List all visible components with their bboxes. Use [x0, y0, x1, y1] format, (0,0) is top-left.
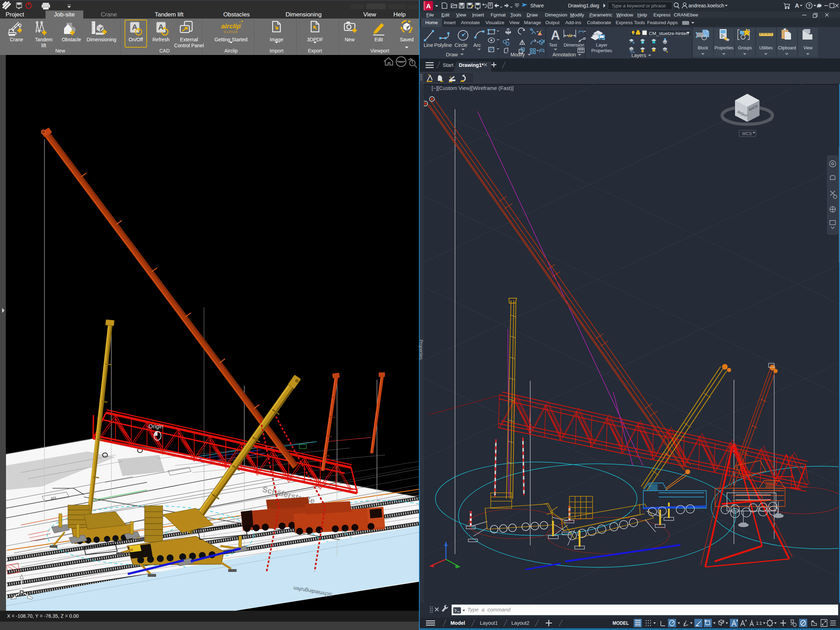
svg-text:Layer: Layer: [596, 43, 608, 47]
svg-text:[−][Custom View][Wireframe (Fa: [−][Custom View][Wireframe (Fast)]: [431, 85, 513, 91]
svg-text:A: A: [426, 2, 431, 10]
svg-text:Annotation: Annotation: [553, 52, 576, 57]
svg-text:411: 411: [51, 496, 57, 501]
svg-text:Modify: Modify: [510, 52, 525, 57]
svg-text:Type a keyword or phrase: Type a keyword or phrase: [611, 3, 666, 8]
svg-text:N: N: [769, 117, 772, 122]
svg-text:Origin: Origin: [148, 423, 163, 429]
svg-text:1:1: 1:1: [756, 620, 762, 626]
svg-text:Dimension: Dimension: [564, 43, 584, 47]
svg-text:Arc: Arc: [473, 43, 481, 48]
svg-text:Line: Line: [423, 43, 433, 48]
svg-text:Circle: Circle: [454, 43, 467, 48]
svg-text:CLOUD: CLOUD: [224, 30, 238, 33]
svg-text:Model: Model: [450, 620, 465, 626]
svg-text:Layers: Layers: [632, 52, 646, 58]
svg-text:A: A: [551, 28, 560, 43]
svg-text:Share: Share: [530, 3, 544, 8]
svg-text:Layout1: Layout1: [480, 620, 498, 626]
svg-text:CM_stuetze-hinten: CM_stuetze-hinten: [649, 31, 688, 36]
svg-text:A: A: [795, 2, 799, 9]
svg-text:Polyline: Polyline: [434, 43, 452, 48]
svg-text:?: ?: [808, 3, 810, 8]
svg-text:Drawing1*: Drawing1*: [459, 62, 484, 68]
svg-text:andreas.koelsch: andreas.koelsch: [688, 3, 724, 8]
svg-text:W: W: [722, 117, 726, 122]
svg-text:Text: Text: [549, 43, 557, 47]
svg-text:A: A: [158, 23, 164, 32]
svg-text:X: X: [16, 584, 19, 590]
svg-text:airclip: airclip: [221, 22, 241, 30]
svg-text:Layout2: Layout2: [512, 620, 529, 626]
svg-text:WCS: WCS: [742, 131, 752, 136]
svg-text:Draw: Draw: [446, 52, 458, 57]
svg-text:Z: Z: [22, 572, 25, 578]
svg-text:Y: Y: [31, 587, 34, 593]
svg-text:MODEL: MODEL: [613, 620, 629, 626]
svg-text:Properties: Properties: [591, 48, 612, 53]
svg-text:A: A: [132, 23, 137, 32]
svg-text:Drawing1.dwg: Drawing1.dwg: [568, 3, 599, 8]
svg-text:Start: Start: [443, 62, 453, 68]
